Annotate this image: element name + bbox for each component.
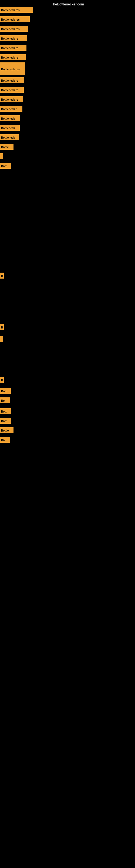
bar-item: Bottleneck re (0, 35, 27, 41)
bar-item (0, 336, 3, 342)
bar-item: Bottleneck re (0, 45, 27, 51)
bar-item: Bottle (0, 144, 13, 150)
bar-item: Bott (0, 388, 11, 394)
bar-item: Bott (0, 163, 11, 169)
bar-item: Bott (0, 418, 11, 424)
bar-item: Bottleneck (0, 134, 19, 140)
bar-item: Bottleneck res (0, 62, 25, 75)
bar-item: Bottleneck r (0, 106, 22, 112)
bar-item: Bottleneck re (0, 87, 24, 93)
bar-item: Bo (0, 437, 10, 443)
bar-item: Bottleneck res (0, 26, 28, 32)
bar-item: Bottleneck res (0, 7, 33, 13)
bar-item: Bottle (0, 427, 13, 433)
bar-item: B (0, 324, 4, 330)
bar-item: Bottleneck (0, 115, 20, 121)
bar-item: Bottleneck re (0, 54, 26, 60)
bar-item: Bottleneck (0, 125, 20, 131)
bar-item: B (0, 377, 4, 383)
bar-item (0, 153, 3, 159)
bar-item: Bottleneck res (0, 16, 30, 22)
bar-item: Bottleneck re (0, 77, 24, 83)
bar-item: B (0, 273, 4, 279)
site-title: TheBottlenecker.com (51, 2, 84, 6)
bar-item: Bott (0, 408, 11, 414)
bar-item: Bo (0, 397, 10, 403)
bar-item: Bottleneck re (0, 96, 23, 102)
